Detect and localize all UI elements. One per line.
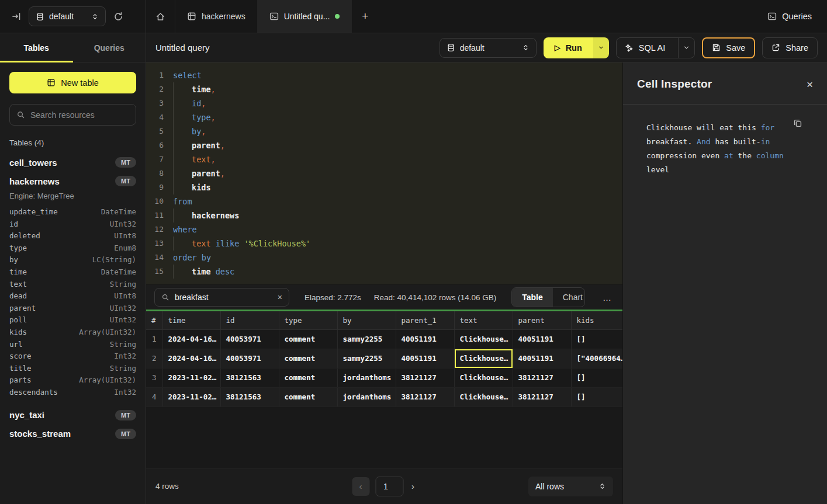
column-header[interactable]: by <box>337 311 396 329</box>
table-cell[interactable]: 38121127 <box>396 387 454 406</box>
editor-line[interactable]: 5by, <box>146 124 622 138</box>
results-search-input[interactable] <box>175 293 272 302</box>
editor-line[interactable]: 4type, <box>146 110 622 124</box>
table-cell[interactable]: 40051191 <box>513 329 571 349</box>
sql-ai-button[interactable]: SQL AI <box>616 37 695 58</box>
column-header[interactable]: parent <box>513 311 571 329</box>
sidebar-tab-queries[interactable]: Queries <box>73 33 146 62</box>
sidebar-tab-tables[interactable]: Tables <box>0 33 73 62</box>
run-button-main[interactable]: ▷ Run <box>544 37 593 58</box>
editor-line[interactable]: 12where <box>146 223 622 237</box>
column-header[interactable]: id <box>220 311 279 329</box>
editor-line[interactable]: 14order by <box>146 251 622 265</box>
table-cell[interactable]: 38121563 <box>220 387 279 406</box>
line-number: 4 <box>146 110 164 124</box>
refresh-icon[interactable] <box>113 12 123 22</box>
copy-icon[interactable] <box>793 119 802 133</box>
selected-cell[interactable]: Clickhouse… <box>454 349 513 368</box>
table-cell[interactable]: Clickhouse… <box>454 368 513 387</box>
queries-button[interactable]: Queries <box>767 12 812 21</box>
close-icon[interactable]: × <box>807 79 813 90</box>
table-cell[interactable]: 40051191 <box>513 349 571 368</box>
sidebar-table-nyc-taxi[interactable]: nyc_taxi MT <box>0 406 146 425</box>
table-cell[interactable]: 2023-11-02… <box>162 368 220 387</box>
view-toggle-table[interactable]: Table <box>512 288 553 307</box>
table-cell[interactable]: 38121127 <box>513 387 571 406</box>
read-stat: Read: 40,414,102 rows (14.06 GB) <box>374 293 496 302</box>
page-number-input[interactable] <box>376 477 403 496</box>
editor-line[interactable]: 1select <box>146 68 622 82</box>
sidebar-table-hackernews[interactable]: hackernews MT <box>0 172 146 190</box>
table-cell[interactable]: jordanthoms <box>337 387 396 406</box>
sql-ai-button-main[interactable]: SQL AI <box>617 38 673 58</box>
tab-untitled-query[interactable]: Untitled qu... <box>258 0 352 33</box>
column-header[interactable]: time <box>162 311 220 329</box>
column-header[interactable]: kids <box>571 311 622 329</box>
view-toggle-chart[interactable]: Chart <box>553 288 585 307</box>
table-cell[interactable]: 2024-04-16… <box>162 349 220 368</box>
table-icon <box>47 78 56 87</box>
prev-page-button[interactable]: ‹ <box>352 477 369 496</box>
sidebar-table-cell-towers[interactable]: cell_towers MT <box>0 153 146 172</box>
table-cell[interactable]: Clickhouse… <box>454 329 513 349</box>
play-icon: ▷ <box>555 43 560 52</box>
sql-editor[interactable]: 1select2time,3id,4type,5by,6parent,7text… <box>146 62 622 284</box>
table-cell[interactable]: [] <box>571 368 622 387</box>
column-header[interactable]: parent_1 <box>396 311 454 329</box>
table-cell[interactable]: 40053971 <box>220 349 279 368</box>
code-token: text <box>192 155 211 164</box>
column-header[interactable]: text <box>454 311 513 329</box>
sidebar-table-stocks-stream[interactable]: stocks_stream MT <box>0 425 146 443</box>
sidebar-search-input[interactable] <box>30 110 129 120</box>
tab-home[interactable] <box>146 0 175 33</box>
editor-line[interactable]: 8parent, <box>146 166 622 180</box>
table-cell[interactable]: 2024-04-16… <box>162 329 220 349</box>
next-page-button[interactable]: › <box>409 481 417 491</box>
editor-line[interactable]: 6parent, <box>146 138 622 152</box>
column-header[interactable]: type <box>279 311 337 329</box>
table-cell[interactable]: sammy2255 <box>337 329 396 349</box>
new-table-button[interactable]: New table <box>9 72 136 93</box>
editor-line[interactable]: 10from <box>146 194 622 208</box>
editor-line[interactable]: 11hackernews <box>146 208 622 223</box>
table-cell[interactable]: [] <box>571 329 622 349</box>
table-cell[interactable]: comment <box>279 387 337 406</box>
table-cell[interactable]: 40053971 <box>220 329 279 349</box>
tab-hackernews[interactable]: hackernews <box>175 0 258 33</box>
table-cell[interactable]: 38121563 <box>220 368 279 387</box>
clear-search-icon[interactable]: × <box>278 293 282 302</box>
editor-line[interactable]: 7text, <box>146 152 622 166</box>
new-tab-button[interactable]: + <box>352 0 378 33</box>
page-size-selector[interactable]: All rows <box>528 477 613 496</box>
table-cell[interactable]: 38121127 <box>513 368 571 387</box>
share-button[interactable]: Share <box>762 37 818 58</box>
share-icon <box>771 43 780 52</box>
collapse-sidebar-icon[interactable] <box>12 12 21 21</box>
more-options-icon[interactable]: … <box>600 293 614 303</box>
table-cell[interactable]: comment <box>279 349 337 368</box>
run-button[interactable]: ▷ Run <box>544 37 609 58</box>
save-button[interactable]: Save <box>702 37 755 58</box>
table-cell[interactable]: 40051191 <box>396 329 454 349</box>
editor-line[interactable]: 2time, <box>146 82 622 96</box>
table-cell[interactable]: ["40066964… <box>571 349 622 368</box>
hackernews-column-row: update_timeDateTime <box>0 206 146 218</box>
table-cell[interactable]: 40051191 <box>396 349 454 368</box>
table-cell[interactable]: Clickhouse… <box>454 387 513 406</box>
query-database-selector[interactable]: default <box>440 38 537 58</box>
table-cell[interactable]: 2023-11-02… <box>162 387 220 406</box>
editor-line[interactable]: 13text ilike '%ClickHouse%' <box>146 237 622 251</box>
editor-line[interactable]: 9kids <box>146 180 622 194</box>
table-cell[interactable]: [] <box>571 387 622 406</box>
table-cell[interactable]: jordanthoms <box>337 368 396 387</box>
table-cell[interactable]: sammy2255 <box>337 349 396 368</box>
topbar-database-selector[interactable]: default <box>29 6 106 26</box>
table-cell[interactable]: 38121127 <box>396 368 454 387</box>
table-cell[interactable]: comment <box>279 368 337 387</box>
table-cell[interactable]: comment <box>279 329 337 349</box>
editor-line[interactable]: 15time desc <box>146 265 622 279</box>
column-type: Int32 <box>114 351 136 362</box>
run-options-caret[interactable] <box>593 37 609 58</box>
editor-line[interactable]: 3id, <box>146 96 622 110</box>
sql-ai-options-caret[interactable] <box>678 38 694 58</box>
